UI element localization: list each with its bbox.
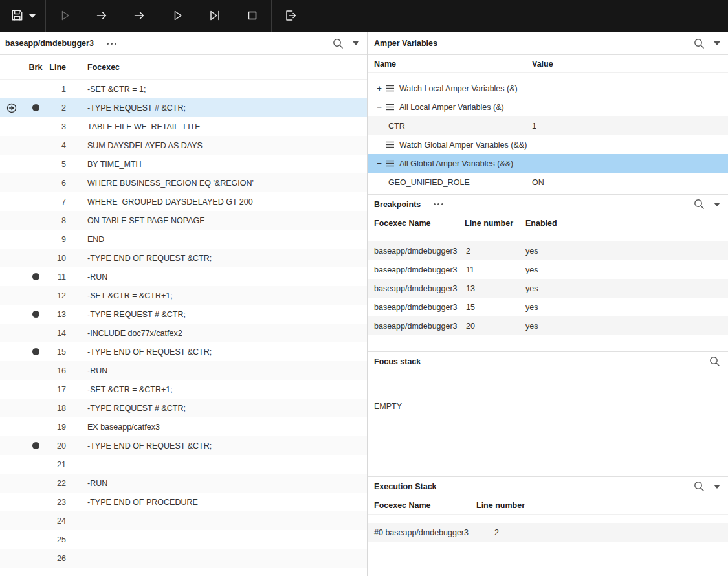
breakpoint-gutter[interactable] xyxy=(23,498,48,505)
step-into-button[interactable] xyxy=(83,0,121,32)
code-line-row[interactable]: 23 -TYPE END OF PROCEDURE xyxy=(0,493,367,511)
code-line-row[interactable]: 17 -SET &CTR = &CTR+1; xyxy=(0,380,367,399)
breakpoint-gutter[interactable] xyxy=(23,254,48,261)
breakpoint-gutter[interactable] xyxy=(23,198,48,205)
code-line-row[interactable]: 21 xyxy=(0,455,367,474)
search-icon[interactable] xyxy=(709,356,720,367)
breakpoint-gutter[interactable] xyxy=(23,311,48,318)
code-text: -INCLUDE doc77x/catfex2 xyxy=(66,329,182,338)
amper-variable-row[interactable]: GEO_UNIFIED_ROLE ON xyxy=(368,173,728,192)
line-number: 21 xyxy=(48,460,66,469)
debugger-app: baseapp/dmdebugger3 Brk Line Focexec 1 -… xyxy=(0,0,728,576)
breakpoint-gutter[interactable] xyxy=(23,104,48,111)
breakpoint-enabled: yes xyxy=(525,247,538,256)
stop-button[interactable] xyxy=(234,0,271,32)
search-icon[interactable] xyxy=(333,38,344,49)
code-line-row[interactable]: 7 WHERE_GROUPED DAYSDELAYED GT 200 xyxy=(0,192,367,211)
breakpoint-gutter[interactable] xyxy=(23,480,48,487)
code-line-row[interactable]: 10 -TYPE END OF REQUEST &CTR; xyxy=(0,249,367,267)
code-line-row[interactable]: 11 -RUN xyxy=(0,267,367,286)
breakpoint-gutter[interactable] xyxy=(23,442,48,449)
amper-group-row[interactable]: − All Local Amper Variables (&) xyxy=(368,98,728,116)
save-button[interactable] xyxy=(0,0,45,32)
breakpoint-gutter[interactable] xyxy=(23,461,48,468)
code-line-row[interactable]: 26 xyxy=(0,549,367,568)
code-line-row[interactable]: 4 SUM DAYSDELAYED AS DAYS xyxy=(0,136,367,155)
breakpoint-gutter[interactable] xyxy=(23,423,48,430)
breakpoint-gutter[interactable] xyxy=(23,273,48,280)
amper-group-row[interactable]: − All Global Amper Variables (&&) xyxy=(368,154,728,173)
code-line-row[interactable]: 24 xyxy=(0,511,367,530)
col-focexec: Focexec xyxy=(66,63,120,72)
run-button[interactable] xyxy=(46,0,83,32)
breakpoint-gutter[interactable] xyxy=(23,217,48,224)
resume-button[interactable] xyxy=(159,0,196,32)
focus-stack-header: Focus stack xyxy=(368,352,728,371)
expander-toggle-icon[interactable]: − xyxy=(375,159,383,168)
amper-group-row[interactable]: + Watch Local Amper Variables (&) xyxy=(368,79,728,98)
amper-variable-row[interactable]: CTR 1 xyxy=(368,116,728,135)
amper-group-row[interactable]: Watch Global Amper Variables (&&) xyxy=(368,135,728,154)
current-line-gutter xyxy=(0,216,23,226)
breakpoint-gutter[interactable] xyxy=(23,161,48,168)
save-icon xyxy=(10,8,25,25)
caret-down-icon[interactable] xyxy=(714,41,720,45)
breakpoint-gutter[interactable] xyxy=(23,367,48,374)
code-line-row[interactable]: 6 WHERE BUSINESS_REGION EQ '&REGION' xyxy=(0,173,367,192)
code-text: -TYPE END OF REQUEST &CTR; xyxy=(66,348,212,357)
code-line-row[interactable]: 3 TABLE FILE WF_RETAIL_LITE xyxy=(0,117,367,136)
breakpoint-row[interactable]: baseapp/dmdebugger3 11 yes xyxy=(368,260,728,279)
code-line-row[interactable]: 25 xyxy=(0,530,367,549)
breakpoint-gutter[interactable] xyxy=(23,536,48,543)
execution-stack-row[interactable]: #0 baseapp/dmdebugger3 2 xyxy=(368,523,728,542)
breakpoint-gutter[interactable] xyxy=(23,348,48,355)
code-line-row[interactable]: 8 ON TABLE SET PAGE NOPAGE xyxy=(0,211,367,230)
code-line-row[interactable]: 20 -TYPE END OF REQUEST &CTR; xyxy=(0,436,367,455)
search-icon[interactable] xyxy=(694,481,705,492)
breakpoint-row[interactable]: baseapp/dmdebugger3 13 yes xyxy=(368,279,728,298)
breakpoint-gutter[interactable] xyxy=(23,85,48,93)
search-icon[interactable] xyxy=(694,199,705,210)
exit-debugger-button[interactable] xyxy=(272,0,309,32)
overflow-menu-icon[interactable] xyxy=(107,32,116,54)
code-line-row[interactable]: 2 -TYPE REQUEST # &CTR; xyxy=(0,98,367,117)
breakpoint-gutter[interactable] xyxy=(23,236,48,243)
breakpoint-line: 13 xyxy=(465,284,525,293)
code-text: WHERE_GROUPED DAYSDELAYED GT 200 xyxy=(66,197,253,206)
search-icon[interactable] xyxy=(694,38,705,49)
breakpoint-gutter[interactable] xyxy=(23,555,48,562)
code-line-row[interactable]: 18 -TYPE REQUEST # &CTR; xyxy=(0,399,367,417)
expander-toggle-icon[interactable]: − xyxy=(375,102,383,112)
caret-down-icon[interactable] xyxy=(714,485,720,489)
code-line-row[interactable]: 14 -INCLUDE doc77x/catfex2 xyxy=(0,324,367,342)
breakpoint-gutter[interactable] xyxy=(23,386,48,393)
code-line-row[interactable]: 16 -RUN xyxy=(0,361,367,380)
code-line-row[interactable]: 15 -TYPE END OF REQUEST &CTR; xyxy=(0,342,367,361)
code-line-row[interactable]: 13 -TYPE REQUEST # &CTR; xyxy=(0,305,367,324)
breakpoint-gutter[interactable] xyxy=(23,517,48,524)
breakpoint-gutter[interactable] xyxy=(23,179,48,186)
code-line-row[interactable]: 19 EX baseapp/catfex3 xyxy=(0,417,367,436)
breakpoint-row[interactable]: baseapp/dmdebugger3 20 yes xyxy=(368,316,728,335)
run-to-end-button[interactable] xyxy=(196,0,234,32)
expander-toggle-icon[interactable]: + xyxy=(375,83,383,93)
caret-down-icon[interactable] xyxy=(714,203,720,206)
breakpoint-gutter[interactable] xyxy=(23,292,48,299)
breakpoint-gutter[interactable] xyxy=(23,404,48,412)
breakpoint-gutter[interactable] xyxy=(23,142,48,149)
code-line-row[interactable]: 12 -SET &CTR = &CTR+1; xyxy=(0,286,367,305)
breakpoint-row[interactable]: baseapp/dmdebugger3 15 yes xyxy=(368,298,728,316)
overflow-menu-icon[interactable] xyxy=(434,195,443,214)
amper-rows: + Watch Local Amper Variables (&) − All … xyxy=(368,79,728,192)
line-number: 8 xyxy=(48,216,66,225)
code-line-row[interactable]: 22 -RUN xyxy=(0,474,367,493)
code-text: ON TABLE SET PAGE NOPAGE xyxy=(66,216,205,225)
breakpoint-row[interactable]: baseapp/dmdebugger3 2 yes xyxy=(368,241,728,260)
step-over-button[interactable] xyxy=(121,0,159,32)
breakpoint-gutter[interactable] xyxy=(23,329,48,337)
code-line-row[interactable]: 5 BY TIME_MTH xyxy=(0,155,367,173)
code-line-row[interactable]: 1 -SET &CTR = 1; xyxy=(0,80,367,98)
code-line-row[interactable]: 9 END xyxy=(0,230,367,249)
breakpoint-gutter[interactable] xyxy=(23,123,48,130)
caret-down-icon[interactable] xyxy=(353,41,359,45)
